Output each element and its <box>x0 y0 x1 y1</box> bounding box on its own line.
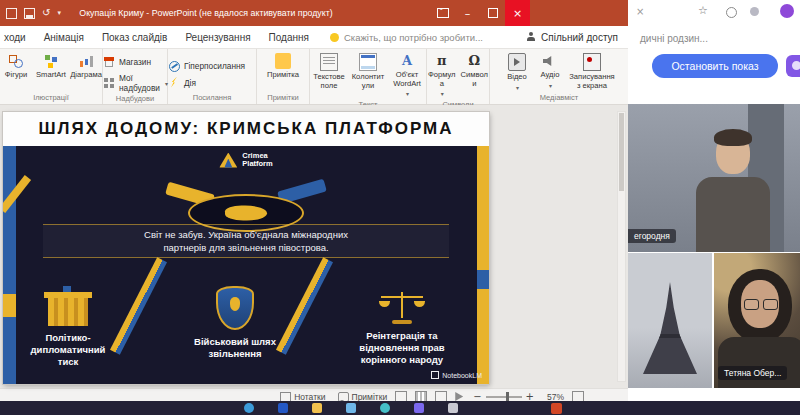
subtitle-line2: партнерів для звільнення півострова. <box>43 241 449 254</box>
symbol-button[interactable]: Ω Символи <box>460 52 490 99</box>
save-icon[interactable] <box>24 8 35 19</box>
notes-label: Нотатки <box>294 392 325 402</box>
close-button[interactable]: × <box>505 0 530 26</box>
notes-icon <box>280 392 291 402</box>
slideshow-view-button[interactable] <box>455 392 463 401</box>
taskbar-app-icon[interactable] <box>346 403 356 413</box>
reactions-button[interactable] <box>786 55 800 77</box>
participant-video-bottom[interactable]: Тетяна Обер... <box>714 253 800 388</box>
window-title: Окупація Криму - PowerPoint (не вдалося … <box>70 8 342 18</box>
profile-avatar[interactable] <box>780 4 794 18</box>
group-label-links: Посилання <box>168 92 256 104</box>
participant-video-top[interactable]: егородня <box>628 104 800 252</box>
audio-icon <box>542 53 558 69</box>
meeting-panel: × ☆ дичні родзин... Остановить показ его… <box>628 0 800 401</box>
comments-button[interactable]: Примітки <box>338 392 388 402</box>
tell-me-label: Скажіть, що потрібно зробити... <box>344 32 483 43</box>
comments-label: Примітки <box>352 392 388 402</box>
chart-button[interactable]: Діаграма <box>70 52 102 92</box>
maximize-button[interactable] <box>480 0 505 26</box>
customize-toolbar-caret-icon[interactable]: ▾ <box>57 9 61 17</box>
store-label: Магазин <box>119 57 151 67</box>
tab-review[interactable]: Рецензування <box>176 32 259 43</box>
equation-icon: π <box>434 53 450 69</box>
textbox-button[interactable]: Текстове поле <box>311 52 347 99</box>
stop-share-button[interactable]: Остановить показ <box>652 54 778 78</box>
wordart-icon: А <box>399 53 415 69</box>
action-label: Дія <box>184 78 196 88</box>
taskbar-app-icon[interactable] <box>244 403 254 413</box>
equation-button[interactable]: π Формула <box>427 52 457 99</box>
ribbon-group-addins: Магазин Мої надбудови Надбудови <box>103 49 168 104</box>
wordart-button[interactable]: А Об'єкт WordArt <box>389 52 425 99</box>
vertical-scrollbar[interactable] <box>617 111 626 382</box>
zoom-level[interactable]: 57% <box>538 392 564 402</box>
my-addins-button[interactable]: Мої надбудови <box>103 73 168 93</box>
taskbar-icons <box>244 403 458 413</box>
store-button[interactable]: Магазин <box>103 56 151 68</box>
video-button[interactable]: Відео <box>502 52 532 92</box>
shapes-button[interactable]: Фігури <box>0 52 32 92</box>
participant-video-eiffel[interactable] <box>628 253 712 388</box>
header-footer-button[interactable]: Колонтитули <box>350 52 386 99</box>
taskbar-app-icon[interactable] <box>448 403 458 413</box>
ribbon-tabs: ходи Анімація Показ слайдів Рецензування… <box>0 26 628 49</box>
chart-icon <box>78 53 94 69</box>
audio-button[interactable]: Аудіо <box>535 52 565 92</box>
smartart-button[interactable]: SmartArt <box>35 52 67 92</box>
notification-icon[interactable] <box>750 7 759 16</box>
wordart-label: Об'єкт WordArt <box>389 71 425 88</box>
participant-name-tag: Тетяна Обер... <box>718 366 787 380</box>
meeting-header-text: дичні родзин... <box>640 33 708 44</box>
screen-recording-label: Записування з екрана <box>568 73 616 90</box>
notes-button[interactable]: Нотатки <box>280 392 325 402</box>
crimea-platform-logo: Crimea Platform <box>219 152 272 168</box>
textbox-icon <box>320 53 338 71</box>
undo-icon[interactable]: ↺ <box>42 8 50 18</box>
glasses <box>744 299 778 309</box>
taskbar-app-icon[interactable] <box>312 403 322 413</box>
taskbar-app-icon[interactable] <box>551 403 562 414</box>
hyperlink-button[interactable]: Гіперпосилання <box>168 60 245 72</box>
slide-editing-area: ШЛЯХ ДОДОМУ: КРИМСЬКА ПЛАТФОРМА Crimea P… <box>0 105 628 388</box>
zoom-slider-thumb[interactable] <box>506 392 509 402</box>
extension-icon[interactable] <box>726 7 737 18</box>
close-icon[interactable]: × <box>636 6 644 17</box>
slideshow-icon[interactable] <box>6 8 17 19</box>
taskbar-app-icon[interactable] <box>278 403 288 413</box>
taskbar-app-icon[interactable] <box>380 403 390 413</box>
tab-transitions[interactable]: ходи <box>0 32 35 43</box>
tab-slideshow[interactable]: Показ слайдів <box>93 32 177 43</box>
symbol-label: Символи <box>460 71 490 88</box>
title-bar: ↺ ▾ Окупація Криму - PowerPoint (не вдал… <box>0 0 628 26</box>
audio-label: Аудіо <box>541 71 560 80</box>
group-label-media: Медіавміст <box>490 92 628 104</box>
subtitle-line1: Світ не забув. Україна об'єднала міжнаро… <box>43 228 449 241</box>
eiffel-tower-image <box>643 282 697 374</box>
tab-animations[interactable]: Анімація <box>35 32 93 43</box>
action-button[interactable]: Дія <box>168 77 196 89</box>
star-icon[interactable]: ☆ <box>698 4 708 17</box>
hyperlink-label: Гіперпосилання <box>184 61 245 71</box>
taskbar-app-icon[interactable] <box>414 403 424 413</box>
participant-name-tag: егородня <box>628 229 676 243</box>
slide-item-political: Політико- дипломатичний тиск <box>11 284 125 384</box>
window-controls: – × <box>430 0 530 26</box>
new-comment-button[interactable]: Примітка <box>266 52 300 92</box>
crimea-platform-logo-icon <box>219 153 237 168</box>
video-label: Відео <box>507 73 527 82</box>
zoom-slider[interactable] <box>486 396 522 398</box>
slide-body: Crimea Platform Світ не забув. Україна о… <box>3 146 489 384</box>
header-footer-icon <box>359 53 377 71</box>
slide-item-reintegration: Реінтеграція та відновлення прав корінно… <box>345 284 459 384</box>
minimize-button[interactable]: – <box>455 0 480 26</box>
slide-item-military: Військовий шлях звільнення <box>178 284 292 384</box>
slide-canvas[interactable]: ШЛЯХ ДОДОМУ: КРИМСЬКА ПЛАТФОРМА Crimea P… <box>3 112 489 384</box>
ribbon-group-links: Гіперпосилання Дія Посилання <box>168 49 257 104</box>
participant-video-row: Тетяна Обер... <box>628 253 800 388</box>
ribbon-display-options-button[interactable] <box>430 0 455 26</box>
screen-recording-button[interactable]: Записування з екрана <box>568 52 616 92</box>
tell-me-box[interactable]: Скажіть, що потрібно зробити... <box>330 32 483 43</box>
share-button[interactable]: Спільний доступ <box>526 32 618 43</box>
tab-view[interactable]: Подання <box>260 32 318 43</box>
